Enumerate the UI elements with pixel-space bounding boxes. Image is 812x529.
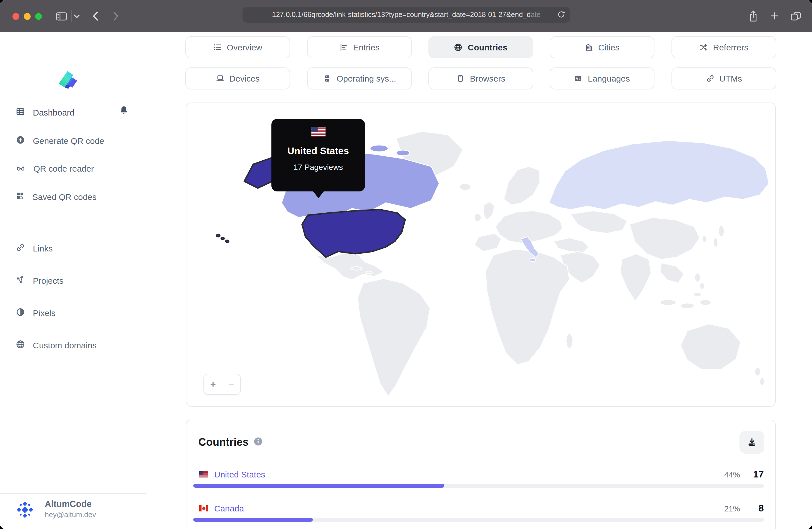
countries-card-header: Countries (198, 436, 262, 449)
tab-label: Cities (598, 43, 619, 52)
zoom-in-button[interactable]: + (204, 374, 222, 394)
progress-fill (193, 518, 313, 521)
country-count: 8 (753, 503, 764, 514)
tab-label: Devices (230, 74, 260, 83)
sidebar-item-label: Generate QR code (33, 136, 104, 145)
sidebar: Dashboard Generate QR code QR code reade… (0, 32, 146, 529)
share-icon[interactable] (749, 10, 758, 22)
tooltip-pageviews: 17 Pageviews (293, 163, 343, 172)
building-icon (584, 43, 593, 52)
tab-referrers[interactable]: Referrers (671, 36, 776, 58)
tab-operating-systems[interactable]: Operating sys... (307, 68, 412, 89)
browser-window: 127.0.0.1/66qrcode/link-statistics/13?ty… (0, 0, 812, 529)
svg-text:z̄: z̄ (579, 77, 581, 80)
sidebar-item-custom-domains[interactable]: Custom domains (16, 338, 138, 352)
sidebar-item-label: Pixels (33, 308, 56, 318)
user-email: hey@altum.dev (45, 510, 96, 519)
tab-label: Languages (588, 74, 630, 83)
avatar (15, 500, 34, 519)
list-icon (213, 43, 221, 52)
close-window-button[interactable] (13, 13, 19, 19)
tab-overview-icon[interactable] (791, 11, 801, 21)
user-name: AltumCode (45, 499, 91, 509)
progress-track (193, 518, 764, 521)
contrast-icon (16, 307, 25, 318)
tab-devices[interactable]: Devices (185, 68, 290, 89)
plus-circle-icon (16, 135, 25, 146)
sidebar-item-label: Projects (33, 276, 63, 285)
countries-card: Countries United States 44% 17 (186, 420, 776, 529)
tab-browsers[interactable]: Browsers (429, 68, 533, 89)
dashboard-grid-icon (16, 107, 25, 118)
new-tab-icon[interactable] (770, 11, 779, 20)
map-zoom-controls: + − (203, 374, 241, 395)
country-link[interactable]: Canada (214, 503, 244, 513)
world-map-card: United States 17 Pageviews + − (186, 103, 776, 407)
language-icon: Az̄ (574, 74, 583, 83)
sidebar-item-links[interactable]: Links (16, 241, 138, 255)
chrome-divider (71, 10, 72, 22)
country-link[interactable]: United States (214, 470, 265, 479)
browser-window-icon (456, 74, 465, 83)
tab-label: Overview (227, 43, 262, 52)
laptop-icon (216, 74, 224, 83)
country-count: 17 (753, 469, 764, 480)
back-icon[interactable] (92, 11, 99, 21)
sidebar-item-label: Dashboard (33, 107, 74, 117)
zoom-out-button[interactable]: − (222, 374, 240, 394)
tab-entries[interactable]: Entries (307, 36, 412, 58)
sidebar-item-pixels[interactable]: Pixels (16, 305, 138, 320)
tab-cities[interactable]: Cities (550, 36, 654, 58)
reload-icon[interactable] (557, 10, 566, 20)
share-nodes-icon (16, 275, 25, 286)
sidebar-item-projects[interactable]: Projects (16, 273, 138, 288)
download-button[interactable] (739, 431, 764, 454)
globe-icon (16, 340, 25, 350)
link-icon (706, 74, 714, 83)
chevron-down-icon[interactable] (74, 14, 80, 19)
tooltip-arrow (313, 191, 324, 198)
sidebar-item-saved-qr[interactable]: Saved QR codes (16, 189, 138, 204)
tab-label: Operating sys... (337, 74, 396, 83)
minimize-window-button[interactable] (24, 13, 31, 19)
server-icon (323, 74, 332, 83)
main-content: Overview Entries Countries Cities Referr… (146, 32, 812, 529)
tab-overview[interactable]: Overview (185, 36, 290, 58)
sidebar-toggle-icon[interactable] (56, 12, 68, 21)
address-bar[interactable]: 127.0.0.1/66qrcode/link-statistics/13?ty… (243, 7, 570, 23)
sidebar-item-label: Custom domains (33, 340, 97, 350)
app-frame: Dashboard Generate QR code QR code reade… (0, 32, 812, 529)
link-icon (16, 243, 25, 253)
progress-track (193, 484, 764, 488)
map-tooltip: United States 17 Pageviews (272, 119, 365, 191)
notification-bell-icon[interactable] (119, 105, 129, 117)
tab-label: Countries (468, 43, 507, 52)
tooltip-country-name: United States (287, 146, 349, 157)
us-flag-icon (311, 127, 325, 139)
sidebar-item-dashboard[interactable]: Dashboard (16, 105, 138, 119)
tab-label: UTMs (719, 74, 742, 83)
user-account[interactable]: AltumCode hey@altum.dev (0, 493, 146, 529)
info-icon[interactable] (253, 437, 262, 448)
tab-utms[interactable]: UTMs (671, 68, 776, 89)
tab-label: Referrers (713, 43, 748, 52)
progress-fill (193, 484, 444, 488)
country-row: Canada 21% 8 (193, 502, 764, 525)
browser-chrome: 127.0.0.1/66qrcode/link-statistics/13?ty… (0, 0, 812, 32)
sidebar-item-label: QR code reader (33, 163, 94, 173)
qr-icon (16, 191, 24, 202)
tab-label: Browsers (470, 74, 505, 83)
tab-countries[interactable]: Countries (429, 36, 533, 58)
sidebar-item-label: Saved QR codes (32, 192, 97, 201)
map-country-russia (549, 141, 769, 209)
brand-logo[interactable] (56, 69, 79, 93)
tab-languages[interactable]: Az̄ Languages (550, 68, 654, 89)
sidebar-item-qr-reader[interactable]: QR code reader (16, 161, 138, 176)
forward-icon[interactable] (113, 11, 119, 21)
fullscreen-window-button[interactable] (35, 13, 42, 19)
sidebar-item-label: Links (33, 243, 53, 253)
url-text: 127.0.0.1/66qrcode/link-statistics/13?ty… (272, 11, 531, 19)
country-row: United States 44% 17 (193, 468, 764, 491)
sidebar-item-generate-qr[interactable]: Generate QR code (16, 133, 138, 148)
bar-chart-icon (339, 43, 348, 52)
